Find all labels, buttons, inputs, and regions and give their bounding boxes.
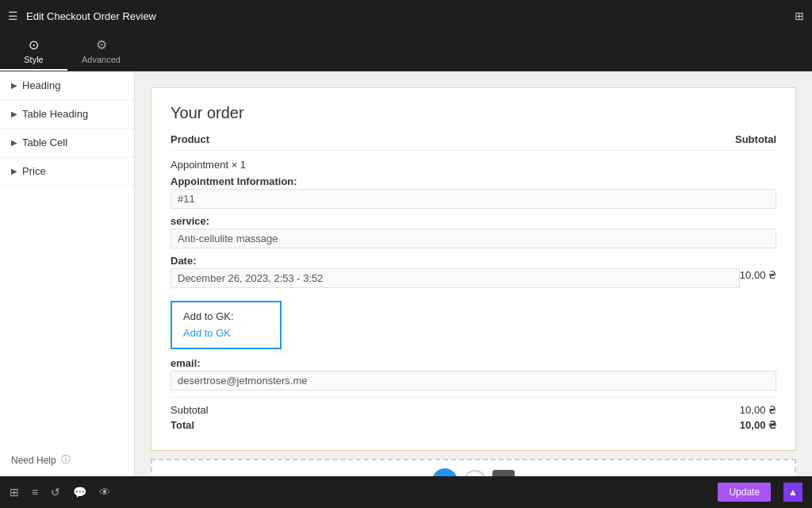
email-block: email: desertrose@jetmonsters.me — [170, 357, 776, 391]
bottom-bar: ⊞ ≡ ↺ 💬 👁 Update ▲ — [0, 476, 812, 508]
tab-advanced[interactable]: ⚙ Advanced — [67, 32, 135, 71]
help-icon: ⓘ — [61, 453, 71, 467]
appointment-label: Appointment × 1 — [170, 159, 246, 171]
date-label: Date: — [170, 255, 740, 267]
total-row: Total 10,00 ₴ — [170, 419, 776, 431]
appointment-id-value: #11 — [170, 189, 776, 209]
chevron-right-icon-3: ▶ — [11, 138, 17, 147]
product-col-header: Product — [170, 133, 209, 145]
history-icon[interactable]: ↺ — [51, 486, 60, 498]
sidebar-table-heading-label: Table Heading — [22, 108, 88, 120]
date-price: 10,00 ₴ — [740, 255, 776, 281]
service-label: service: — [170, 215, 776, 227]
appointment-info-block: Appointment Information: #11 — [170, 175, 776, 209]
subtotal-label: Subtotal — [170, 404, 209, 416]
sidebar-table-cell-label: Table Cell — [22, 137, 67, 148]
drop-zone-icons: ↖ + ▬ — [432, 468, 515, 476]
add-to-gk-label: Add to GK: — [183, 310, 269, 322]
sidebar: ▶ Heading ▶ Table Heading ▶ Table Cell ▶… — [0, 71, 135, 476]
total-value: 10,00 ₴ — [740, 419, 776, 431]
add-widget-icon[interactable]: + — [464, 470, 486, 476]
sidebar-heading-label: Heading — [22, 79, 60, 91]
advanced-icon: ⚙ — [96, 37, 107, 52]
content-area: Your order Product Subtotal Appointment … — [135, 71, 812, 476]
chevron-right-icon: ▶ — [11, 81, 17, 90]
date-value: December 26, 2023, 2:53 - 3:52 — [170, 268, 740, 288]
chevron-right-icon-4: ▶ — [11, 167, 17, 175]
page-title: Edit Checkout Order Review — [26, 10, 795, 22]
total-label: Total — [170, 419, 194, 431]
tabs-row: ⊙ Style ⚙ Advanced — [0, 32, 812, 71]
subtotal-col-header: Subtotal — [735, 133, 776, 145]
order-table-header: Product Subtotal — [170, 133, 776, 151]
service-value: Anti-cellulite massage — [170, 229, 776, 248]
settings-icon[interactable]: ≡ — [32, 486, 38, 498]
menu-icon[interactable]: ☰ — [8, 10, 18, 22]
date-row: Date: December 26, 2023, 2:53 - 3:52 10,… — [170, 255, 776, 294]
grid-icon[interactable]: ⊞ — [795, 10, 804, 22]
order-title: Your order — [170, 104, 776, 122]
sidebar-item-table-cell[interactable]: ▶ Table Cell — [0, 129, 134, 157]
subtotal-value: 10,00 ₴ — [740, 404, 776, 416]
update-button[interactable]: Update — [718, 483, 771, 502]
help-label: Need Help — [11, 455, 56, 466]
service-block: service: Anti-cellulite massage — [170, 215, 776, 248]
cursor-widget-icon[interactable]: ↖ — [432, 468, 458, 476]
email-label: email: — [170, 357, 776, 369]
update-chevron-icon[interactable]: ▲ — [783, 483, 802, 502]
add-to-gk-box: Add to GK: Add to GK — [170, 301, 282, 349]
subtotal-row: Subtotal 10,00 ₴ — [170, 404, 776, 416]
tab-advanced-label: Advanced — [82, 55, 121, 64]
sidebar-item-heading[interactable]: ▶ Heading — [0, 71, 134, 100]
main-layout: ▶ Heading ▶ Table Heading ▶ Table Cell ▶… — [0, 71, 812, 476]
top-bar: ☰ Edit Checkout Order Review ⊞ — [0, 0, 812, 32]
appointment-info-label: Appointment Information: — [170, 175, 776, 187]
sidebar-item-table-heading[interactable]: ▶ Table Heading — [0, 100, 134, 129]
order-subtotals: Subtotal 10,00 ₴ Total 10,00 ₴ — [170, 397, 776, 431]
drop-zone[interactable]: ↖ + ▬ Drag widget here — [151, 459, 796, 476]
chevron-right-icon-2: ▶ — [11, 110, 17, 118]
order-card: Your order Product Subtotal Appointment … — [151, 87, 796, 451]
eye-icon[interactable]: 👁 — [99, 486, 110, 498]
help-footer[interactable]: Need Help ⓘ — [0, 444, 134, 476]
add-to-gk-link[interactable]: Add to GK — [183, 327, 231, 339]
folder-widget-icon[interactable]: ▬ — [492, 470, 515, 476]
email-value: desertrose@jetmonsters.me — [170, 371, 776, 391]
sidebar-price-label: Price — [22, 165, 46, 177]
sidebar-item-price[interactable]: ▶ Price — [0, 157, 134, 186]
tab-style[interactable]: ⊙ Style — [0, 32, 67, 71]
appointment-row: Appointment × 1 — [170, 159, 776, 171]
style-icon: ⊙ — [29, 37, 39, 52]
comment-icon[interactable]: 💬 — [73, 486, 86, 498]
layers-icon[interactable]: ⊞ — [10, 486, 19, 498]
tab-style-label: Style — [24, 55, 43, 64]
